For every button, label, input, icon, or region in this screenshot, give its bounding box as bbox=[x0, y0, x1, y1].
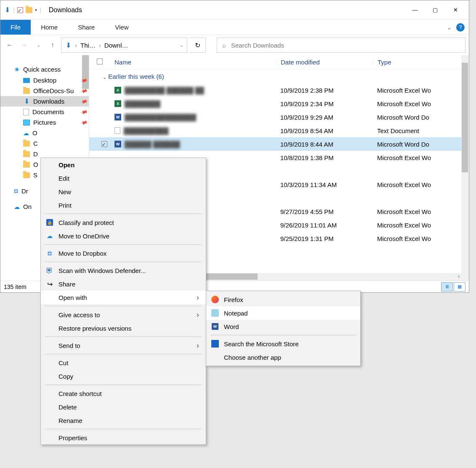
maximize-button[interactable]: ▢ bbox=[425, 1, 445, 19]
row-checkbox[interactable] bbox=[101, 141, 107, 147]
forward-button[interactable]: → bbox=[18, 39, 30, 51]
desktop-icon bbox=[23, 78, 30, 83]
column-type[interactable]: Type bbox=[373, 59, 469, 66]
sidebar-item-desktop[interactable]: Desktop📌 bbox=[0, 75, 89, 86]
file-row[interactable]: X████████10/9/2019 2:34 PMMicrosoft Exce… bbox=[89, 97, 469, 110]
tab-view[interactable]: View bbox=[105, 21, 138, 34]
tab-file[interactable]: File bbox=[0, 20, 31, 35]
onedrive-icon: ☁ bbox=[23, 130, 29, 136]
sidebar-label: Downloads bbox=[33, 98, 64, 105]
quick-access[interactable]: ★Quick access bbox=[0, 64, 89, 75]
crumb-this-pc[interactable]: Thi… bbox=[80, 42, 96, 49]
file-row[interactable]: X█████████ ██████ ██10/9/2019 2:38 PMMic… bbox=[89, 83, 469, 97]
file-type: Microsoft Excel Wo bbox=[373, 154, 469, 161]
file-row[interactable]: W██████ ██████10/9/2019 8:44 AMMicrosoft… bbox=[89, 137, 469, 151]
up-button[interactable]: ↑ bbox=[47, 39, 59, 51]
sidebar-label: C bbox=[33, 140, 38, 147]
file-row[interactable]: ██████████10/9/2019 8:54 AMText Document bbox=[89, 124, 469, 137]
quick-access-label: Quick access bbox=[23, 66, 61, 73]
ctx-move-dropbox[interactable]: ⧈Move to Dropbox bbox=[41, 246, 206, 260]
star-icon: ★ bbox=[14, 65, 20, 73]
address-bar[interactable]: ⬇ › Thi… › Downl… ⌄ bbox=[61, 37, 187, 53]
pin-icon: 📌 bbox=[80, 97, 88, 106]
qat-checkbox-icon[interactable] bbox=[17, 7, 23, 13]
thumbnails-view-button[interactable]: ▦ bbox=[454, 282, 465, 291]
select-all-checkbox[interactable] bbox=[97, 59, 103, 64]
ctx-share[interactable]: ↪Share bbox=[41, 277, 206, 291]
file-type: Text Document bbox=[373, 127, 469, 134]
minimize-button[interactable]: — bbox=[405, 1, 425, 19]
close-button[interactable]: ✕ bbox=[445, 1, 465, 19]
file-type: Microsoft Excel Wo bbox=[373, 222, 469, 229]
address-icon: ⬇ bbox=[65, 42, 72, 48]
file-type: Microsoft Word Do bbox=[373, 114, 469, 121]
chevron-right-icon[interactable]: › bbox=[75, 42, 77, 49]
file-date: 9/27/2019 4:55 PM bbox=[276, 208, 373, 215]
folder-icon bbox=[23, 141, 30, 147]
sidebar-label: Documents bbox=[32, 108, 64, 115]
context-menu: Open Edit New Print 🔒Classify and protec… bbox=[40, 158, 206, 293]
file-type: Microsoft Excel Wo bbox=[373, 208, 469, 215]
ctx-move-onedrive[interactable]: ☁Move to OneDrive bbox=[41, 229, 206, 243]
word-icon: W bbox=[114, 114, 121, 120]
column-name[interactable]: Name bbox=[112, 59, 276, 66]
recent-dropdown[interactable]: ⌄ bbox=[32, 39, 44, 51]
group-header[interactable]: ⌄ Earlier this week (6) bbox=[89, 70, 469, 83]
shield-icon: ⛨ bbox=[46, 266, 53, 275]
tab-share[interactable]: Share bbox=[68, 21, 105, 34]
sidebar-item-documents[interactable]: Documents📌 bbox=[0, 107, 89, 117]
search-box[interactable]: ⌕ Search Downloads bbox=[217, 37, 465, 53]
tab-home[interactable]: Home bbox=[31, 21, 68, 34]
sidebar-label: OfficeDocs-Su bbox=[33, 87, 74, 94]
help-button[interactable]: ? bbox=[456, 23, 465, 32]
sidebar-item[interactable]: C bbox=[0, 138, 89, 149]
file-date: 10/8/2019 1:38 PM bbox=[276, 154, 373, 161]
file-date: 10/9/2019 8:44 AM bbox=[276, 141, 373, 148]
sidebar-label: Pictures bbox=[33, 119, 56, 126]
ctx-classify[interactable]: 🔒Classify and protect bbox=[41, 216, 206, 229]
qat-folder-icon[interactable] bbox=[26, 7, 32, 13]
item-count: 135 item bbox=[4, 283, 27, 290]
address-dropdown-icon[interactable]: ⌄ bbox=[180, 43, 183, 48]
scroll-right-arrow[interactable]: › bbox=[458, 273, 460, 279]
sidebar-label: On bbox=[23, 203, 32, 210]
file-type: Microsoft Excel Wo bbox=[373, 87, 469, 94]
back-button[interactable]: ← bbox=[4, 39, 16, 51]
file-date: 10/9/2019 2:38 PM bbox=[276, 87, 373, 94]
onedrive-icon: ☁ bbox=[47, 233, 53, 239]
ctx-new[interactable]: New bbox=[41, 185, 206, 198]
ctx-open[interactable]: Open bbox=[41, 158, 206, 171]
sidebar-item-officedocs[interactable]: OfficeDocs-Su📌 bbox=[0, 86, 89, 96]
vertical-scrollbar[interactable] bbox=[461, 55, 469, 281]
file-type: Microsoft Excel Wo bbox=[373, 235, 469, 242]
details-view-button[interactable]: ≣ bbox=[441, 282, 453, 291]
qat-dropdown-icon[interactable]: ▾ bbox=[35, 8, 37, 12]
column-headers: Name Date modified Type bbox=[89, 55, 469, 70]
sidebar-item[interactable]: ☁O bbox=[0, 128, 89, 138]
ctx-edit[interactable]: Edit bbox=[41, 171, 206, 185]
sidebar-label: Dr bbox=[21, 187, 28, 195]
column-date[interactable]: Date modified bbox=[276, 59, 373, 66]
sidebar-item-pictures[interactable]: Pictures📌 bbox=[0, 117, 89, 128]
file-date: 10/3/2019 11:34 AM bbox=[276, 181, 373, 188]
pin-icon: 📌 bbox=[80, 87, 88, 95]
crumb-downloads[interactable]: Downl… bbox=[104, 42, 128, 49]
onedrive-icon: ☁ bbox=[14, 203, 20, 210]
ctx-open-with[interactable]: Open with bbox=[41, 291, 206, 293]
chevron-right-icon[interactable]: › bbox=[99, 42, 101, 49]
file-row[interactable]: W████████████████10/9/2019 9:29 AMMicros… bbox=[89, 110, 469, 124]
titlebar: ⬇ | ▾ | Downloads — ▢ ✕ bbox=[0, 0, 469, 20]
ctx-print[interactable]: Print bbox=[41, 198, 206, 212]
ribbon-expand-icon[interactable]: ⌄ bbox=[447, 24, 452, 31]
documents-icon bbox=[23, 109, 29, 115]
excel-icon: X bbox=[114, 87, 121, 94]
refresh-button[interactable]: ↻ bbox=[190, 37, 206, 53]
sidebar-item-downloads[interactable]: ⬇Downloads📌 bbox=[0, 96, 89, 107]
group-header-label: Earlier this week (6) bbox=[108, 73, 164, 80]
ribbon-tabs: File Home Share View ⌄ ? bbox=[0, 20, 469, 35]
scroll-thumb[interactable] bbox=[462, 63, 468, 172]
separator bbox=[45, 262, 202, 262]
ctx-defender[interactable]: ⛨Scan with Windows Defender... bbox=[41, 264, 206, 277]
file-name: █████████ ██████ ██ bbox=[125, 87, 204, 94]
folder-icon bbox=[23, 162, 30, 168]
